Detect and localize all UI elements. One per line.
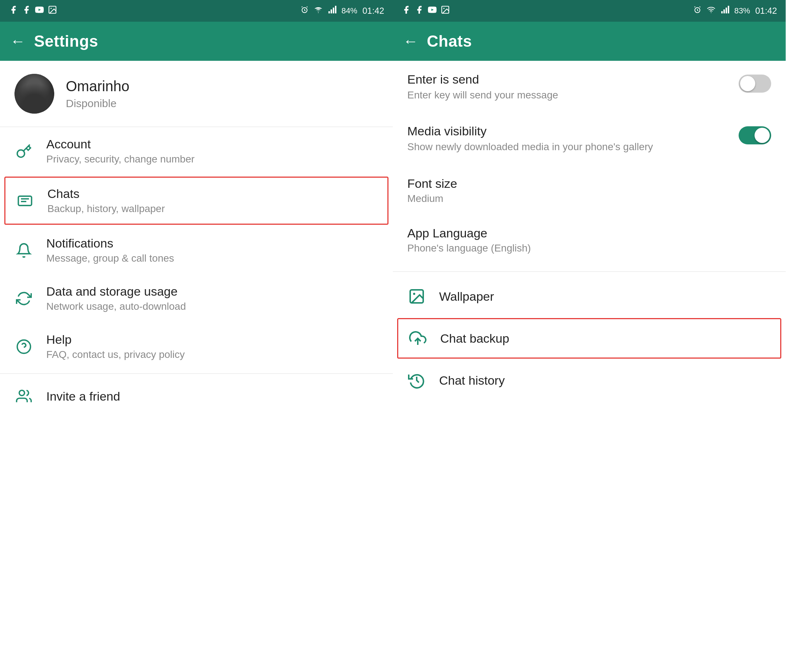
media-visibility-toggle-knob bbox=[755, 128, 770, 143]
svg-rect-25 bbox=[721, 11, 723, 13]
wifi-icon bbox=[314, 5, 323, 16]
youtube-icon bbox=[35, 5, 44, 17]
svg-line-23 bbox=[700, 6, 700, 7]
svg-rect-28 bbox=[728, 6, 729, 13]
media-visibility-text: Media visibility Show newly downloaded m… bbox=[407, 124, 731, 153]
svg-line-5 bbox=[307, 6, 307, 7]
svg-rect-8 bbox=[331, 9, 332, 13]
profile-info: Omarinho Disponible bbox=[66, 78, 129, 110]
back-button-settings[interactable]: ← bbox=[10, 34, 25, 49]
gallery-icon bbox=[48, 5, 57, 17]
svg-point-17 bbox=[19, 390, 25, 396]
app-language-value: Phone's language (English) bbox=[407, 242, 771, 254]
media-visibility-toggle[interactable] bbox=[739, 126, 771, 145]
svg-point-2 bbox=[50, 8, 52, 9]
time-right: 01:42 bbox=[755, 6, 777, 16]
avatar-image bbox=[14, 74, 54, 113]
settings-title: Settings bbox=[34, 32, 98, 50]
help-text: Help FAQ, contact us, privacy policy bbox=[46, 332, 185, 360]
font-size-item[interactable]: Font size Medium bbox=[393, 166, 786, 215]
chats-toolbar: ← Chats bbox=[393, 22, 786, 61]
media-visibility-subtitle: Show newly downloaded media in your phon… bbox=[407, 141, 731, 153]
settings-divider bbox=[0, 373, 393, 374]
svg-rect-26 bbox=[723, 9, 725, 13]
chats-panel: 83% 01:42 ← Chats Enter is send Enter ke… bbox=[393, 0, 786, 672]
notifications-text: Notifications Message, group & call tone… bbox=[46, 236, 174, 264]
app-language-item[interactable]: App Language Phone's language (English) bbox=[393, 215, 786, 267]
wallpaper-item[interactable]: Wallpaper bbox=[393, 276, 786, 316]
chats-settings-content: Enter is send Enter key will send your m… bbox=[393, 61, 786, 672]
profile-name: Omarinho bbox=[66, 78, 129, 94]
cloud-upload-icon bbox=[409, 329, 427, 348]
enter-is-send-subtitle: Enter key will send your message bbox=[407, 90, 731, 101]
chats-text: Chats Backup, history, wallpaper bbox=[47, 187, 165, 215]
media-visibility-title: Media visibility bbox=[407, 124, 731, 138]
invite-title: Invite a friend bbox=[46, 389, 120, 403]
account-text: Account Privacy, security, change number bbox=[46, 137, 195, 165]
settings-toolbar: ← Settings bbox=[0, 22, 393, 61]
status-bar-left: 84% 01:42 bbox=[0, 0, 393, 22]
svg-point-24 bbox=[711, 12, 712, 13]
font-size-value: Medium bbox=[407, 193, 771, 205]
gallery-icon-r bbox=[440, 5, 450, 17]
status-bar-right-right: 83% 01:42 bbox=[693, 5, 777, 16]
profile-section[interactable]: Omarinho Disponible bbox=[0, 61, 393, 127]
svg-line-4 bbox=[302, 6, 302, 7]
svg-line-22 bbox=[695, 6, 695, 7]
settings-item-invite[interactable]: Invite a friend bbox=[0, 377, 393, 416]
chat-history-item[interactable]: Chat history bbox=[393, 360, 786, 401]
svg-rect-10 bbox=[335, 6, 336, 13]
status-bar-app-icons-right bbox=[401, 5, 450, 17]
chats-title: Chats bbox=[47, 187, 165, 201]
notifications-subtitle: Message, group & call tones bbox=[46, 253, 174, 264]
font-size-title: Font size bbox=[407, 176, 771, 191]
svg-rect-9 bbox=[333, 8, 334, 13]
data-text: Data and storage usage Network usage, au… bbox=[46, 285, 186, 312]
invite-text: Invite a friend bbox=[46, 389, 120, 403]
chats-subtitle: Backup, history, wallpaper bbox=[47, 203, 165, 215]
chats-title: Chats bbox=[427, 32, 472, 50]
chats-section-divider bbox=[393, 271, 786, 272]
wifi-icon-r bbox=[707, 5, 715, 16]
help-subtitle: FAQ, contact us, privacy policy bbox=[46, 349, 185, 360]
settings-item-account[interactable]: Account Privacy, security, change number bbox=[0, 127, 393, 175]
settings-menu: Account Privacy, security, change number… bbox=[0, 127, 393, 672]
settings-item-notifications[interactable]: Notifications Message, group & call tone… bbox=[0, 226, 393, 274]
enter-is-send-toggle-knob bbox=[740, 76, 755, 91]
chat-backup-title: Chat backup bbox=[440, 332, 509, 346]
svg-point-11 bbox=[17, 150, 25, 157]
settings-item-data[interactable]: Data and storage usage Network usage, au… bbox=[0, 274, 393, 323]
signal-icon-r bbox=[720, 5, 729, 16]
help-title: Help bbox=[46, 332, 185, 347]
settings-item-chats[interactable]: Chats Backup, history, wallpaper bbox=[4, 176, 388, 225]
enter-is-send-item[interactable]: Enter is send Enter key will send your m… bbox=[393, 61, 786, 113]
status-bar-right-left: 84% 01:42 bbox=[300, 5, 384, 16]
facebook-icon-r2 bbox=[415, 5, 424, 17]
alarm-icon bbox=[300, 5, 309, 16]
status-bar-app-icons bbox=[9, 5, 57, 17]
data-subtitle: Network usage, auto-download bbox=[46, 301, 186, 312]
svg-rect-27 bbox=[726, 8, 727, 13]
avatar bbox=[14, 74, 54, 113]
battery-text-right: 83% bbox=[734, 6, 750, 16]
facebook-icon-1 bbox=[9, 5, 18, 17]
notifications-title: Notifications bbox=[46, 236, 174, 250]
svg-point-30 bbox=[413, 293, 415, 295]
app-language-title: App Language bbox=[407, 226, 771, 240]
wallpaper-icon bbox=[407, 287, 426, 306]
key-icon bbox=[14, 142, 33, 161]
facebook-icon-r1 bbox=[401, 5, 411, 17]
chat-backup-item[interactable]: Chat backup bbox=[397, 318, 781, 359]
youtube-icon-r bbox=[428, 5, 437, 17]
facebook-icon-2 bbox=[22, 5, 31, 17]
enter-is-send-title: Enter is send bbox=[407, 72, 731, 87]
svg-point-20 bbox=[443, 8, 445, 9]
svg-rect-7 bbox=[329, 11, 330, 13]
back-button-chats[interactable]: ← bbox=[403, 34, 418, 49]
enter-is-send-toggle[interactable] bbox=[739, 74, 771, 93]
media-visibility-item[interactable]: Media visibility Show newly downloaded m… bbox=[393, 113, 786, 166]
status-bar-right: 83% 01:42 bbox=[393, 0, 786, 22]
settings-item-help[interactable]: Help FAQ, contact us, privacy policy bbox=[0, 323, 393, 371]
svg-point-6 bbox=[318, 12, 319, 13]
history-icon bbox=[407, 371, 426, 390]
